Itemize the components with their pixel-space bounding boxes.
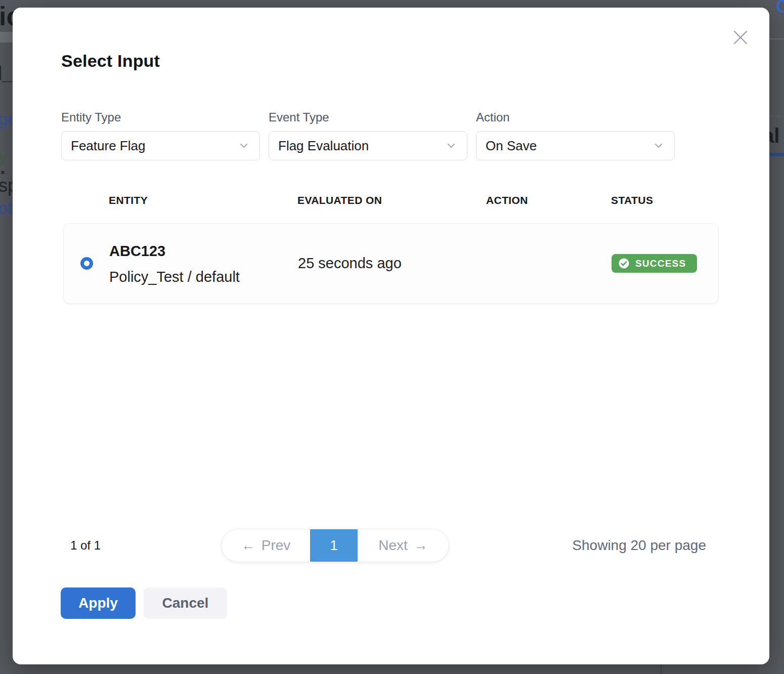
status-cell: SUCCESS bbox=[612, 254, 719, 273]
entity-cell: ABC123 Policy_Test / default bbox=[109, 241, 298, 286]
prev-label: Prev bbox=[262, 537, 291, 554]
chevron-down-icon bbox=[445, 139, 458, 152]
modal-title: Select Input bbox=[61, 51, 160, 71]
evaluated-on-cell: 25 seconds ago bbox=[298, 255, 487, 272]
next-label: Next bbox=[378, 537, 408, 554]
bg-divider bbox=[769, 116, 784, 116]
entity-name: ABC123 bbox=[109, 242, 298, 260]
column-header-status: STATUS bbox=[611, 194, 719, 206]
filter-action: Action On Save bbox=[476, 110, 675, 160]
filter-entity-type: Entity Type Feature Flag bbox=[61, 110, 260, 160]
filter-label: Entity Type bbox=[61, 110, 260, 124]
entity-detail: Policy_Test / default bbox=[109, 268, 298, 286]
check-circle-icon bbox=[618, 258, 630, 269]
row-radio-selected[interactable] bbox=[80, 257, 93, 270]
column-header-evaluated-on: EVALUATED ON bbox=[297, 194, 486, 206]
column-header-entity: ENTITY bbox=[109, 194, 297, 206]
current-page-button[interactable]: 1 bbox=[310, 529, 358, 562]
bg-active-tab-indicator bbox=[769, 153, 784, 156]
cancel-button[interactable]: Cancel bbox=[144, 587, 227, 619]
select-input-modal: Select Input Entity Type Feature Flag Ev… bbox=[13, 8, 769, 664]
chevron-down-icon bbox=[652, 139, 665, 152]
table-row[interactable]: ABC123 Policy_Test / default 25 seconds … bbox=[63, 223, 719, 304]
filter-bar: Entity Type Feature Flag Event Type Flag… bbox=[61, 110, 675, 160]
action-select[interactable]: On Save bbox=[476, 131, 675, 160]
status-label: SUCCESS bbox=[635, 258, 686, 269]
page-count: 1 of 1 bbox=[70, 529, 101, 562]
radio-cell bbox=[64, 257, 109, 270]
chevron-down-icon bbox=[237, 139, 250, 152]
select-value: Feature Flag bbox=[71, 138, 145, 154]
bg-divider bbox=[661, 664, 662, 674]
filter-event-type: Event Type Flag Evaluation bbox=[269, 110, 467, 160]
arrow-right-icon: → bbox=[414, 537, 428, 554]
close-icon[interactable] bbox=[732, 29, 749, 46]
filter-label: Event Type bbox=[269, 110, 467, 124]
bg-divider bbox=[769, 38, 784, 39]
entity-type-select[interactable]: Feature Flag bbox=[61, 131, 260, 160]
close-x-glyph bbox=[732, 29, 749, 46]
bg-logo-fragment: C bbox=[776, 0, 784, 17]
prev-page-button[interactable]: ← Prev bbox=[222, 529, 310, 562]
event-type-select[interactable]: Flag Evaluation bbox=[269, 131, 467, 160]
arrow-left-icon: ← bbox=[241, 537, 255, 554]
bg-link-fragment: ot bbox=[0, 198, 12, 218]
table-header-row: ENTITY EVALUATED ON ACTION STATUS bbox=[63, 194, 719, 206]
table-header-spacer bbox=[63, 194, 109, 206]
status-badge: SUCCESS bbox=[612, 254, 697, 273]
pagination-control: ← Prev 1 Next → bbox=[221, 529, 449, 562]
per-page-info: Showing 20 per page bbox=[572, 529, 706, 562]
column-header-action: ACTION bbox=[486, 194, 611, 206]
select-value: On Save bbox=[486, 138, 537, 154]
next-page-button[interactable]: Next → bbox=[358, 529, 449, 562]
bg-panel-strip bbox=[0, 32, 13, 43]
filter-label: Action bbox=[476, 110, 675, 124]
select-value: Flag Evaluation bbox=[278, 138, 369, 154]
apply-button[interactable]: Apply bbox=[61, 587, 136, 619]
